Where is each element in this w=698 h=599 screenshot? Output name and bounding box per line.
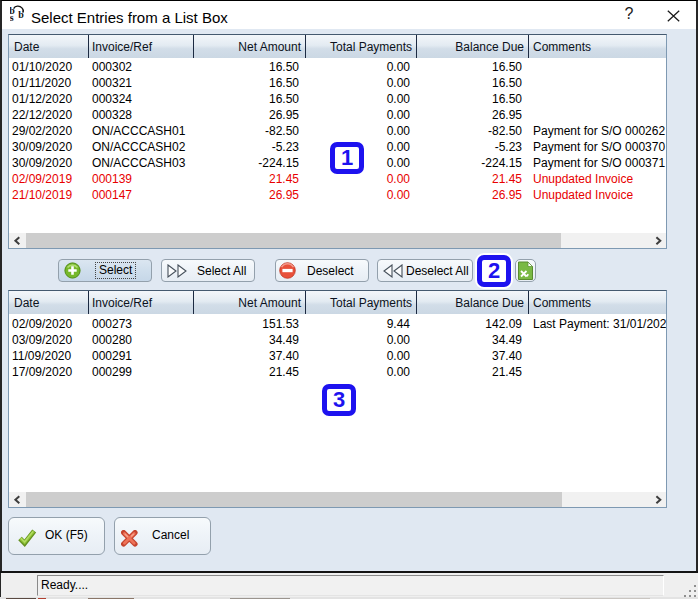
svg-text:b: b [18, 9, 24, 20]
svg-text:s: s [10, 12, 14, 23]
